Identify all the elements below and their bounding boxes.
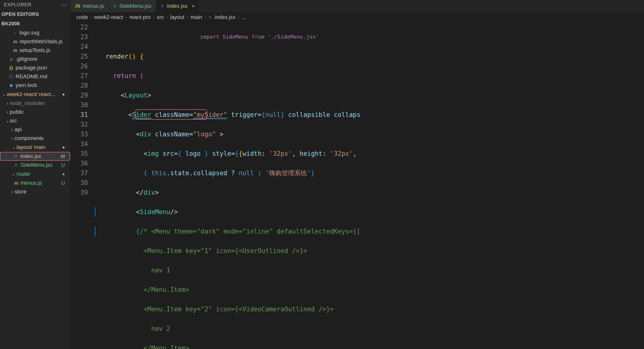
file-tree: ▪logo.svg JSreportWebVitals.js JSsetupTe… (0, 28, 70, 196)
tab-menus[interactable]: JS menus.js (70, 0, 109, 12)
chevron-down-icon: ⌄ (5, 118, 10, 124)
js-icon: JS (12, 48, 18, 52)
chevron-right-icon: › (187, 15, 188, 20)
react-icon: ⚛ (13, 154, 19, 159)
js-icon: JS (12, 40, 18, 44)
chevron-right-icon: › (5, 110, 10, 115)
explorer-sidebar: EXPLORER ··· OPEN EDITORS BK2008 ▪logo.s… (0, 0, 70, 349)
js-icon: JS (75, 4, 80, 9)
folder-item[interactable]: ›store (0, 188, 70, 196)
workspace-header[interactable]: BK2008 (0, 19, 70, 28)
folder-item[interactable]: ›public (0, 108, 70, 116)
chevron-right-icon: › (238, 15, 239, 20)
breadcrumb-item[interactable]: code (76, 14, 88, 20)
file-item[interactable]: JSreportWebVitals.js (0, 37, 70, 46)
file-item-active[interactable]: ⚛index.jsx M (0, 152, 70, 161)
breadcrumb-item[interactable]: src (157, 14, 164, 20)
breadcrumb-item[interactable]: ... (242, 14, 246, 20)
react-icon: ⚛ (208, 14, 212, 20)
editor-main: JS menus.js ⚛ SideMenu.jsx ⚛ index.jsx ×… (70, 0, 644, 349)
folder-item[interactable]: ⌄router ● (0, 170, 70, 179)
file-item[interactable]: ▪logo.svg (0, 28, 70, 37)
folder-item[interactable]: ⌄src (0, 116, 70, 125)
folder-item[interactable]: ›components (0, 134, 70, 143)
image-icon: ▪ (12, 31, 18, 35)
breadcrumb-item[interactable]: week2-react (94, 14, 123, 20)
chevron-down-icon: ⌄ (12, 145, 16, 150)
breadcrumb-item[interactable]: layout (170, 14, 184, 20)
code-content[interactable]: import SideMenu from './SideMenu.jsx' re… (95, 22, 644, 349)
open-editors-header[interactable]: OPEN EDITORS (0, 10, 70, 19)
explorer-title: EXPLORER (4, 2, 31, 8)
folder-item[interactable]: ›api (0, 125, 70, 134)
chevron-right-icon: › (5, 101, 10, 106)
chevron-right-icon: › (126, 15, 127, 20)
chevron-right-icon: › (10, 127, 14, 132)
editor-area[interactable]: 22 23 24 25 26 27 28 29 30 31 32 33 34 3… (70, 22, 644, 349)
file-item[interactable]: JSsetupTests.js (0, 46, 70, 55)
chevron-right-icon: › (90, 15, 92, 20)
gitignore-icon: ◈ (8, 57, 14, 62)
tab-index-active[interactable]: ⚛ index.jsx × (156, 0, 199, 12)
folder-item[interactable]: ›node_modules (0, 99, 70, 108)
react-icon: ⚛ (160, 4, 164, 9)
tab-sidemenu[interactable]: ⚛ SideMenu.jsx (109, 0, 156, 12)
file-item[interactable]: ⚛SideMenu.jsx U (0, 161, 70, 170)
line-gutter: 22 23 24 25 26 27 28 29 30 31 32 33 34 3… (70, 22, 95, 349)
chevron-down-icon: ⌄ (12, 172, 16, 176)
lock-icon: ☗ (8, 83, 14, 88)
file-item[interactable]: ⓘREADME.md (0, 72, 70, 81)
file-item[interactable]: ☗yarn.lock (0, 81, 70, 90)
folder-item[interactable]: ⌄layout/ main ● (0, 143, 70, 152)
breadcrumb[interactable]: code› week2-react› react-pro› src› layou… (70, 12, 644, 22)
chevron-down-icon: ⌄ (2, 92, 7, 97)
tab-bar: JS menus.js ⚛ SideMenu.jsx ⚛ index.jsx × (70, 0, 644, 12)
import-hint: import SideMenu from './SideMenu.jsx' (200, 32, 319, 42)
chevron-right-icon: › (153, 15, 154, 20)
close-icon[interactable]: × (192, 4, 195, 9)
js-icon: JS (13, 181, 19, 185)
breadcrumb-item[interactable]: main (190, 14, 202, 20)
explorer-more-icon[interactable]: ··· (61, 4, 67, 6)
react-icon: ⚛ (113, 4, 117, 9)
chevron-right-icon: › (10, 136, 14, 141)
file-item[interactable]: JSmenus.js U (0, 179, 70, 188)
chevron-right-icon: › (204, 15, 206, 20)
breadcrumb-item[interactable]: index.jsx (214, 14, 236, 20)
folder-item[interactable]: ⌄ week2-react/ react... ● (0, 90, 70, 99)
json-icon: {} (8, 65, 14, 70)
breadcrumb-item[interactable]: react-pro (129, 14, 151, 20)
info-icon: ⓘ (8, 74, 14, 80)
file-item[interactable]: ◈.gitignore (0, 55, 70, 64)
chevron-right-icon: › (10, 189, 14, 194)
file-item[interactable]: {}package.json (0, 64, 70, 72)
chevron-right-icon: › (166, 15, 168, 20)
react-icon: ⚛ (13, 162, 19, 168)
